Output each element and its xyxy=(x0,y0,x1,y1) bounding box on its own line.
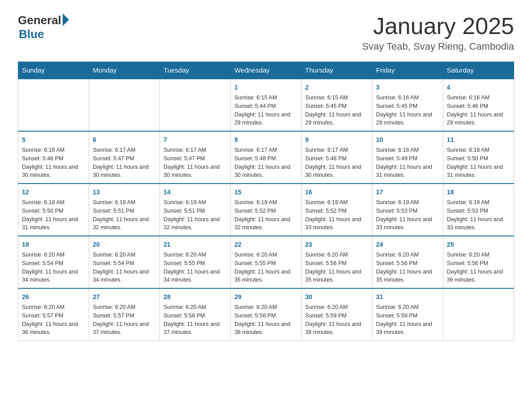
day-info: Sunrise: 6:17 AM xyxy=(163,146,227,154)
calendar-cell: 9Sunrise: 6:17 AMSunset: 5:48 PMDaylight… xyxy=(301,131,372,184)
day-info: Sunset: 5:48 PM xyxy=(234,154,297,163)
day-info: Sunrise: 6:20 AM xyxy=(376,303,439,312)
logo-general-text: General xyxy=(18,13,61,27)
day-info: Sunset: 5:56 PM xyxy=(305,259,369,268)
day-number: 22 xyxy=(234,240,297,249)
day-info: Sunset: 5:46 PM xyxy=(447,102,510,111)
day-info: Sunset: 5:51 PM xyxy=(93,207,156,215)
calendar-cell xyxy=(443,288,514,341)
day-info: Daylight: 11 hours and 29 minutes. xyxy=(234,111,297,128)
day-info: Sunset: 5:57 PM xyxy=(93,312,156,320)
day-info: Sunset: 5:55 PM xyxy=(163,259,227,268)
calendar-cell: 18Sunrise: 6:19 AMSunset: 5:53 PMDayligh… xyxy=(443,184,514,236)
day-info: Sunrise: 6:16 AM xyxy=(22,146,85,154)
day-info: Sunrise: 6:19 AM xyxy=(93,198,156,207)
day-info: Sunset: 5:45 PM xyxy=(305,102,369,111)
calendar-cell: 16Sunrise: 6:19 AMSunset: 5:52 PMDayligh… xyxy=(301,184,372,236)
calendar-week-5: 26Sunrise: 6:20 AMSunset: 5:57 PMDayligh… xyxy=(18,288,514,341)
day-info: Sunrise: 6:18 AM xyxy=(447,146,510,154)
day-info: Sunset: 5:59 PM xyxy=(376,312,439,320)
day-info: Daylight: 11 hours and 30 minutes. xyxy=(22,163,85,180)
day-info: Daylight: 11 hours and 35 minutes. xyxy=(234,268,297,285)
calendar-week-1: 1Sunrise: 6:15 AMSunset: 5:44 PMDaylight… xyxy=(18,79,514,131)
day-info: Sunset: 5:55 PM xyxy=(234,259,297,268)
day-info: Daylight: 11 hours and 31 minutes. xyxy=(376,163,439,180)
day-info: Daylight: 11 hours and 32 minutes. xyxy=(163,215,227,232)
day-header-sunday: Sunday xyxy=(18,62,89,79)
day-number: 7 xyxy=(163,135,227,145)
calendar-cell: 11Sunrise: 6:18 AMSunset: 5:50 PMDayligh… xyxy=(443,131,514,184)
day-info: Sunrise: 6:19 AM xyxy=(163,198,227,207)
day-number: 23 xyxy=(305,240,369,249)
day-info: Sunset: 5:56 PM xyxy=(376,259,439,268)
day-number: 25 xyxy=(447,240,510,249)
day-info: Daylight: 11 hours and 33 minutes. xyxy=(305,215,369,232)
day-info: Daylight: 11 hours and 36 minutes. xyxy=(22,320,85,337)
day-info: Daylight: 11 hours and 30 minutes. xyxy=(305,163,369,180)
day-info: Sunrise: 6:16 AM xyxy=(376,94,439,102)
logo-arrow-icon xyxy=(63,13,69,26)
title-block: January 2025 Svay Teab, Svay Rieng, Camb… xyxy=(362,13,514,52)
day-info: Daylight: 11 hours and 32 minutes. xyxy=(93,215,156,232)
day-number: 11 xyxy=(447,135,510,145)
day-header-saturday: Saturday xyxy=(443,62,514,79)
calendar-week-3: 12Sunrise: 6:18 AMSunset: 5:50 PMDayligh… xyxy=(18,184,514,236)
calendar-cell: 26Sunrise: 6:20 AMSunset: 5:57 PMDayligh… xyxy=(18,288,89,341)
day-info: Sunrise: 6:20 AM xyxy=(447,251,510,259)
day-info: Daylight: 11 hours and 30 minutes. xyxy=(163,163,227,180)
day-header-wednesday: Wednesday xyxy=(231,62,301,79)
day-header-monday: Monday xyxy=(89,62,160,79)
day-number: 28 xyxy=(163,292,227,302)
calendar-cell: 7Sunrise: 6:17 AMSunset: 5:47 PMDaylight… xyxy=(160,131,231,184)
day-info: Sunrise: 6:15 AM xyxy=(234,94,297,102)
day-header-friday: Friday xyxy=(372,62,443,79)
day-info: Daylight: 11 hours and 34 minutes. xyxy=(93,268,156,285)
day-info: Sunset: 5:50 PM xyxy=(447,154,510,163)
calendar-cell: 14Sunrise: 6:19 AMSunset: 5:51 PMDayligh… xyxy=(160,184,231,236)
day-info: Daylight: 11 hours and 39 minutes. xyxy=(376,320,439,337)
day-info: Sunrise: 6:20 AM xyxy=(22,251,85,259)
day-info: Sunrise: 6:15 AM xyxy=(305,94,369,102)
day-number: 2 xyxy=(305,83,369,92)
day-info: Sunrise: 6:20 AM xyxy=(22,303,85,312)
day-info: Sunset: 5:52 PM xyxy=(305,207,369,215)
calendar-cell: 19Sunrise: 6:20 AMSunset: 5:54 PMDayligh… xyxy=(18,236,89,288)
calendar-cell: 31Sunrise: 6:20 AMSunset: 5:59 PMDayligh… xyxy=(372,288,443,341)
day-info: Sunrise: 6:20 AM xyxy=(93,303,156,312)
day-number: 10 xyxy=(376,135,439,145)
day-number: 6 xyxy=(93,135,156,145)
day-number: 27 xyxy=(93,292,156,302)
calendar-cell: 23Sunrise: 6:20 AMSunset: 5:56 PMDayligh… xyxy=(301,236,372,288)
day-info: Daylight: 11 hours and 38 minutes. xyxy=(305,320,369,337)
day-info: Daylight: 11 hours and 29 minutes. xyxy=(305,111,369,128)
day-info: Sunrise: 6:19 AM xyxy=(376,198,439,207)
day-info: Sunset: 5:45 PM xyxy=(376,102,439,111)
day-info: Daylight: 11 hours and 35 minutes. xyxy=(376,268,439,285)
day-number: 17 xyxy=(376,188,439,197)
calendar-cell: 22Sunrise: 6:20 AMSunset: 5:55 PMDayligh… xyxy=(231,236,301,288)
day-number: 20 xyxy=(93,240,156,249)
day-header-tuesday: Tuesday xyxy=(160,62,231,79)
calendar-cell: 29Sunrise: 6:20 AMSunset: 5:58 PMDayligh… xyxy=(231,288,301,341)
page-header: General Blue January 2025 Svay Teab, Sva… xyxy=(18,13,514,52)
day-info: Sunrise: 6:20 AM xyxy=(163,303,227,312)
day-info: Sunrise: 6:20 AM xyxy=(234,251,297,259)
day-info: Daylight: 11 hours and 35 minutes. xyxy=(305,268,369,285)
day-info: Daylight: 11 hours and 33 minutes. xyxy=(447,215,510,232)
day-info: Daylight: 11 hours and 34 minutes. xyxy=(22,268,85,285)
logo: General Blue xyxy=(18,13,69,41)
calendar-cell: 15Sunrise: 6:19 AMSunset: 5:52 PMDayligh… xyxy=(231,184,301,236)
day-info: Sunset: 5:50 PM xyxy=(22,207,85,215)
day-number: 13 xyxy=(93,188,156,197)
day-info: Sunset: 5:58 PM xyxy=(234,312,297,320)
day-number: 3 xyxy=(376,83,439,92)
day-info: Sunrise: 6:18 AM xyxy=(376,146,439,154)
day-number: 18 xyxy=(447,188,510,197)
calendar-cell: 2Sunrise: 6:15 AMSunset: 5:45 PMDaylight… xyxy=(301,79,372,131)
day-number: 15 xyxy=(234,188,297,197)
day-info: Sunrise: 6:20 AM xyxy=(163,251,227,259)
day-info: Daylight: 11 hours and 31 minutes. xyxy=(447,163,510,180)
calendar-cell: 24Sunrise: 6:20 AMSunset: 5:56 PMDayligh… xyxy=(372,236,443,288)
day-number: 31 xyxy=(376,292,439,302)
day-info: Sunset: 5:56 PM xyxy=(447,259,510,268)
